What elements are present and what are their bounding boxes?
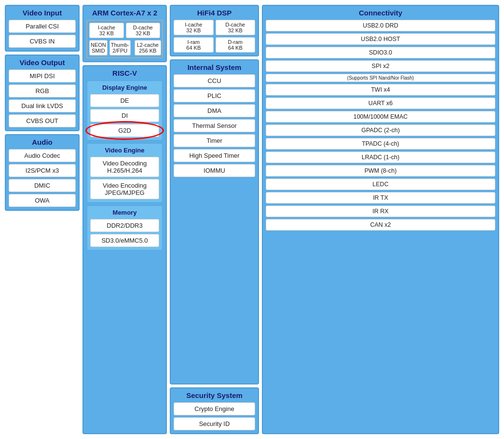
internal-system-title: Internal System bbox=[174, 63, 255, 71]
memory-block: Memory DDR2/DDR3 SD3.0/eMMC5.0 bbox=[86, 205, 163, 251]
emac: 100M/1000M EMAC bbox=[266, 111, 495, 123]
ccu-item: CCU bbox=[174, 74, 255, 87]
di-item: DI bbox=[90, 109, 159, 122]
g2d-item: G2D bbox=[90, 124, 159, 137]
iommu-item: IOMMU bbox=[174, 164, 255, 177]
arm-thumb: Thumb-2/FPU bbox=[109, 40, 131, 55]
arm-l2cache: L2-cache256 KB bbox=[135, 40, 161, 55]
sd-item: SD3.0/eMMC5.0 bbox=[90, 234, 159, 247]
video-output-block: Video Output MIPI DSI RGB Dual link LVDS… bbox=[5, 55, 80, 131]
video-input-title: Video Input bbox=[9, 9, 76, 17]
arm-dcache: D-cache32 KB bbox=[126, 23, 161, 38]
hifi4-icache: I-cache32 KB bbox=[174, 20, 214, 35]
display-engine-block: Display Engine DE DI G2D bbox=[86, 80, 163, 141]
twi-x4: TWI x4 bbox=[266, 84, 495, 96]
owa: OWA bbox=[9, 194, 76, 207]
rgb: RGB bbox=[9, 84, 76, 97]
dmic: DMIC bbox=[9, 179, 76, 192]
hifi4-title: HiFi4 DSP bbox=[174, 9, 255, 17]
arm-icache: I-cache32 KB bbox=[89, 23, 124, 38]
video-engine-block: Video Engine Video DecodingH.265/H.264 V… bbox=[86, 143, 163, 203]
arm-neon: NEONSMID bbox=[89, 40, 108, 55]
gpadc: GPADC (2-ch) bbox=[266, 124, 495, 136]
connectivity-title: Connectivity bbox=[266, 9, 495, 17]
memory-title: Memory bbox=[90, 209, 159, 216]
g2d-wrap: G2D bbox=[90, 124, 159, 137]
video-decoding: Video DecodingH.265/H.264 bbox=[90, 157, 159, 177]
lradc: LRADC (1-ch) bbox=[266, 151, 495, 163]
uart-x6: UART x6 bbox=[266, 97, 495, 109]
mipi-dsi: MIPI DSI bbox=[9, 69, 76, 82]
i2s-pcm: I2S/PCM x3 bbox=[9, 164, 76, 177]
hifi4-dram: D-ram64 KB bbox=[216, 37, 256, 53]
thermal-sensor-item: Thermal Sensor bbox=[174, 119, 255, 132]
crypto-engine-item: Crypto Engine bbox=[174, 402, 255, 415]
cvbs-in: CVBS IN bbox=[9, 35, 76, 48]
ir-rx: IR RX bbox=[266, 206, 495, 217]
security-system-block: Security System Crypto Engine Security I… bbox=[170, 387, 259, 434]
riscv-title: RISC-V bbox=[86, 69, 163, 77]
video-encoding: Video EncodingJPEG/MJPEG bbox=[90, 179, 159, 199]
video-engine-title: Video Engine bbox=[90, 147, 159, 154]
col-4: Connectivity USB2.0 DRD USB2.0 HOST SDIO… bbox=[262, 5, 499, 434]
audio-block: Audio Audio Codec I2S/PCM x3 DMIC OWA bbox=[5, 134, 80, 211]
pwm: PWM (8-ch) bbox=[266, 165, 495, 177]
diagram: Video Input Parallel CSI CVBS IN Video O… bbox=[0, 0, 504, 439]
col-2: ARM Cortex-A7 x 2 I-cache32 KB D-cache32… bbox=[82, 5, 167, 434]
ddr-item: DDR2/DDR3 bbox=[90, 219, 159, 232]
col-3: HiFi4 DSP I-cache32 KB D-cache32 KB I-ra… bbox=[170, 5, 259, 434]
riscv-block: RISC-V Display Engine DE DI G2D Video En… bbox=[82, 65, 167, 434]
connectivity-block: Connectivity USB2.0 DRD USB2.0 HOST SDIO… bbox=[262, 5, 499, 434]
de-item: DE bbox=[90, 94, 159, 107]
video-output-title: Video Output bbox=[9, 58, 76, 67]
arm-block: ARM Cortex-A7 x 2 I-cache32 KB D-cache32… bbox=[82, 5, 167, 62]
sdio3: SDIO3.0 bbox=[266, 47, 495, 58]
parallel-csi: Parallel CSI bbox=[9, 20, 76, 33]
dual-link-lvds: Dual link LVDS bbox=[9, 99, 76, 112]
high-speed-timer-item: High Speed Timer bbox=[174, 149, 255, 162]
timer-item: Timer bbox=[174, 134, 255, 147]
usb2-drd: USB2.0 DRD bbox=[266, 20, 495, 31]
audio-codec: Audio Codec bbox=[9, 149, 76, 162]
security-id-item: Security ID bbox=[174, 417, 255, 430]
ledc: LEDC bbox=[266, 178, 495, 190]
cvbs-out: CVBS OUT bbox=[9, 114, 76, 127]
dma-item: DMA bbox=[174, 104, 255, 117]
hifi4-dcache: D-cache32 KB bbox=[216, 20, 256, 35]
hifi4-iram: I-ram64 KB bbox=[174, 37, 214, 53]
internal-system-block: Internal System CCU PLIC DMA Thermal Sen… bbox=[170, 59, 259, 384]
usb2-host: USB2.0 HOST bbox=[266, 33, 495, 45]
video-input-block: Video Input Parallel CSI CVBS IN bbox=[5, 5, 80, 52]
arm-title: ARM Cortex-A7 x 2 bbox=[86, 9, 163, 17]
display-engine-title: Display Engine bbox=[90, 84, 159, 91]
hifi4-block: HiFi4 DSP I-cache32 KB D-cache32 KB I-ra… bbox=[170, 5, 259, 56]
audio-title: Audio bbox=[9, 138, 76, 146]
plic-item: PLIC bbox=[174, 89, 255, 102]
spi-note: (Supports SPI Nand/Nor Flash) bbox=[266, 74, 495, 82]
can-x2: CAN x2 bbox=[266, 219, 495, 231]
security-system-title: Security System bbox=[174, 391, 255, 399]
ir-tx: IR TX bbox=[266, 192, 495, 204]
tpadc: TPADC (4-ch) bbox=[266, 138, 495, 150]
spi-x2: SPI x2 bbox=[266, 60, 495, 72]
col-1: Video Input Parallel CSI CVBS IN Video O… bbox=[5, 5, 80, 434]
